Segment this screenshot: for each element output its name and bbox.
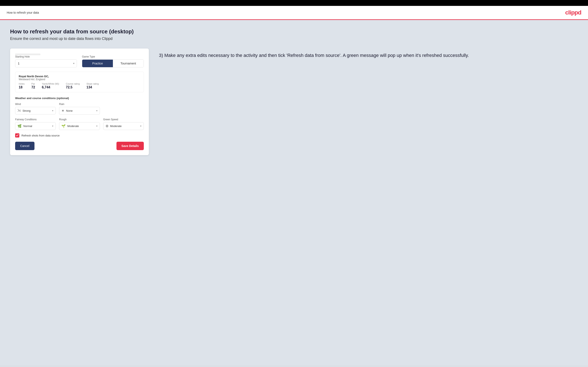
par-value: 72	[31, 85, 35, 89]
logo: clippd	[565, 9, 581, 16]
rain-icon: ☀	[61, 109, 64, 113]
wind-label: Wind	[15, 103, 56, 106]
empty-group	[103, 103, 144, 115]
page-subheading: Ensure the correct and most up to date d…	[10, 37, 578, 41]
course-rating-stat: Course rating 72.5	[66, 83, 80, 89]
side-instructions: 3) Make any extra edits necessary to the…	[159, 49, 578, 59]
fairway-arrow: ▾	[52, 125, 53, 127]
rough-value: Moderate	[67, 125, 96, 128]
game-type-buttons: Practice Tournament	[82, 59, 144, 67]
header: How to refresh your data clippd	[0, 6, 588, 20]
green-speed-icon: ⚙	[105, 124, 108, 128]
slope-rating-value: 134	[86, 85, 99, 89]
course-rating-label: Course rating	[66, 83, 80, 85]
yards-stat: Yards/White (M)) 6,744	[42, 83, 59, 89]
rain-select[interactable]: ☀ None ▾	[59, 107, 100, 115]
conditions-row-2: Fairway Conditions 🌿 Normal ▾ Rough 🌱 Mo…	[15, 118, 144, 130]
fairway-select[interactable]: 🌿 Normal ▾	[15, 122, 56, 130]
wind-group: Wind 🌬 Strong ▾	[15, 103, 56, 115]
refresh-checkbox-label: Refresh shots from data source	[21, 134, 60, 137]
starting-hole-select[interactable]: 1	[15, 59, 77, 67]
header-title: How to refresh your data	[7, 11, 39, 14]
save-button[interactable]: Save Details	[116, 142, 144, 150]
fairway-label: Fairway Conditions	[15, 118, 56, 121]
yards-value: 6,744	[42, 85, 59, 89]
top-tabs	[15, 54, 144, 55]
refresh-checkbox[interactable]	[15, 133, 19, 138]
course-rating-value: 72.5	[66, 85, 80, 89]
rough-label: Rough	[59, 118, 100, 121]
cancel-button[interactable]: Cancel	[15, 142, 35, 150]
green-speed-arrow: ▾	[140, 125, 141, 127]
conditions-row-1: Wind 🌬 Strong ▾ Rain ☀ None ▾	[15, 103, 144, 115]
holes-value: 18	[19, 85, 25, 89]
yards-label: Yards/White (M))	[42, 83, 59, 85]
rain-arrow: ▾	[96, 109, 97, 112]
form-card: Starting Hole 1 ▾ Game Type Practice Tou…	[10, 49, 149, 155]
course-location: Westward Ho!, England	[19, 78, 140, 81]
wind-icon: 🌬	[17, 109, 21, 113]
rough-group: Rough 🌱 Moderate ▾	[59, 118, 100, 130]
fairway-group: Fairway Conditions 🌿 Normal ▾	[15, 118, 56, 130]
green-speed-group: Green Speed ⚙ Moderate ▾	[103, 118, 144, 130]
green-speed-select[interactable]: ⚙ Moderate ▾	[103, 122, 144, 130]
rough-icon: 🌱	[61, 124, 66, 128]
starting-hole-label: Starting Hole	[15, 55, 77, 58]
form-row-top: Starting Hole 1 ▾ Game Type Practice Tou…	[15, 55, 144, 67]
slope-rating-label: Slope rating	[86, 83, 99, 85]
game-type-label: Game Type	[82, 55, 144, 58]
footer: Copyright Clippd 2022	[0, 366, 588, 367]
rain-group: Rain ☀ None ▾	[59, 103, 100, 115]
tournament-button[interactable]: Tournament	[113, 60, 144, 67]
rough-arrow: ▾	[96, 125, 97, 127]
green-speed-label: Green Speed	[103, 118, 144, 121]
main-content: How to refresh your data from source (de…	[0, 20, 588, 366]
game-type-group: Game Type Practice Tournament	[82, 55, 144, 67]
starting-hole-wrapper: 1 ▾	[15, 59, 77, 67]
page-heading: How to refresh your data from source (de…	[10, 28, 578, 35]
holes-stat: Holes 18	[19, 83, 25, 89]
practice-button[interactable]: Practice	[82, 60, 113, 67]
par-label: Par	[31, 83, 35, 85]
mini-tab-1	[15, 54, 40, 55]
fairway-icon: 🌿	[17, 124, 22, 128]
refresh-checkbox-row: Refresh shots from data source	[15, 133, 144, 138]
rough-select[interactable]: 🌱 Moderate ▾	[59, 122, 100, 130]
rain-value: None	[66, 109, 96, 112]
green-speed-value: Moderate	[110, 125, 140, 128]
wind-select[interactable]: 🌬 Strong ▾	[15, 107, 56, 114]
checkmark-icon	[16, 134, 18, 137]
wind-value: Strong	[23, 109, 52, 112]
par-stat: Par 72	[31, 83, 35, 89]
conditions-title: Weather and course conditions (optional)	[15, 97, 144, 100]
fairway-value: Normal	[23, 125, 52, 128]
form-actions: Cancel Save Details	[15, 142, 144, 150]
instruction-text: 3) Make any extra edits necessary to the…	[159, 52, 578, 59]
course-name: Royal North Devon GC,	[19, 75, 140, 78]
holes-label: Holes	[19, 83, 25, 85]
wind-arrow: ▾	[52, 109, 53, 112]
mini-tab-2	[41, 54, 83, 55]
course-stats: Holes 18 Par 72 Yards/White (M)) 6,744 C…	[19, 83, 140, 89]
starting-hole-group: Starting Hole 1 ▾	[15, 55, 77, 67]
content-layout: Starting Hole 1 ▾ Game Type Practice Tou…	[10, 49, 578, 155]
top-bar	[0, 0, 588, 6]
course-info-box: Royal North Devon GC, Westward Ho!, Engl…	[15, 72, 144, 92]
slope-rating-stat: Slope rating 134	[86, 83, 99, 89]
rain-label: Rain	[59, 103, 100, 106]
